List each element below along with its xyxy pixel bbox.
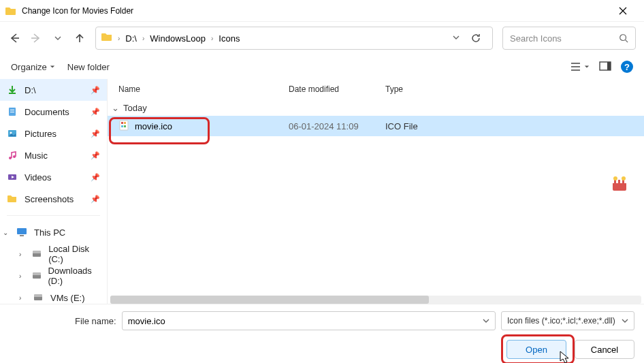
chevron-down-icon[interactable] <box>451 34 461 42</box>
group-header[interactable]: ⌄ Today <box>108 99 644 116</box>
svg-rect-20 <box>121 122 123 124</box>
documents-icon <box>7 106 18 117</box>
breadcrumb-segment[interactable]: WindowsLoop <box>150 33 206 44</box>
divider <box>7 215 100 216</box>
chevron-right-icon: › <box>210 35 214 42</box>
sidebar-item[interactable]: Documents 📌 <box>0 101 107 123</box>
pin-icon: 📌 <box>91 195 100 204</box>
pin-icon: 📌 <box>91 129 100 138</box>
chevron-right-icon: › <box>19 272 25 280</box>
back-button[interactable] <box>8 32 20 44</box>
open-button[interactable]: Open <box>506 340 566 359</box>
pin-icon: 📌 <box>91 86 100 95</box>
horizontal-scrollbar[interactable] <box>110 296 641 304</box>
main-area: D:\ 📌 Documents 📌 Pictures 📌 Music 📌 Vid… <box>0 79 644 304</box>
chevron-right-icon: › <box>19 294 26 302</box>
svg-rect-2 <box>607 62 611 70</box>
pc-icon <box>16 227 27 238</box>
svg-point-0 <box>620 35 626 41</box>
recent-locations-button[interactable] <box>52 32 64 44</box>
preview-pane-button[interactable] <box>599 61 611 73</box>
file-type: ICO File <box>385 121 453 131</box>
ico-file-icon <box>118 120 129 133</box>
pin-icon: 📌 <box>91 151 100 160</box>
videos-icon <box>7 172 18 183</box>
nav-row: › D:\ › WindowsLoop › Icons Search Icons <box>0 22 644 54</box>
folder-icon <box>7 193 18 204</box>
svg-rect-22 <box>121 125 123 127</box>
view-options-button[interactable] <box>570 62 590 72</box>
close-button[interactable] <box>607 0 639 22</box>
file-row[interactable]: movie.ico 06-01-2024 11:09 ICO File <box>108 116 644 136</box>
svg-rect-11 <box>17 228 27 234</box>
organize-button[interactable]: Organize <box>11 62 55 72</box>
address-bar[interactable]: › D:\ › WindowsLoop › Icons <box>95 27 493 50</box>
new-folder-button[interactable]: New folder <box>67 62 110 72</box>
chevron-down-icon: ⌄ <box>112 103 119 113</box>
file-list-pane: Name Date modified Type ⌄ Today movie.ic… <box>108 79 644 304</box>
chevron-right-icon: › <box>141 35 146 42</box>
svg-rect-23 <box>124 125 126 127</box>
filename-row: File name: movie.ico Icon files (*.ico;*… <box>75 311 634 330</box>
help-button[interactable]: ? <box>621 61 633 73</box>
file-type-filter[interactable]: Icon files (*.ico;*.icl;*.exe;*.dll) <box>501 311 634 330</box>
breadcrumb-segment[interactable]: Icons <box>219 33 240 44</box>
column-name[interactable]: Name <box>118 84 289 94</box>
window-title: Change Icon for Movies Folder <box>22 6 607 16</box>
breadcrumb-segment[interactable]: D:\ <box>125 33 137 44</box>
cancel-button[interactable]: Cancel <box>575 340 634 359</box>
sidebar-item[interactable]: Music 📌 <box>0 144 107 166</box>
drive-icon <box>32 249 42 259</box>
svg-rect-4 <box>10 110 14 110</box>
svg-point-30 <box>622 176 626 180</box>
chevron-down-icon: ⌄ <box>3 229 10 236</box>
drive-icon <box>33 292 44 303</box>
svg-rect-27 <box>618 180 620 183</box>
button-row: Open Cancel <box>10 340 634 359</box>
chevron-right-icon: › <box>116 35 121 42</box>
sidebar-item[interactable]: D:\ 📌 <box>0 79 107 101</box>
preview-thumbnail <box>609 174 630 196</box>
sidebar-item[interactable]: Videos 📌 <box>0 166 107 188</box>
sidebar-drive[interactable]: › Local Disk (C:) <box>0 243 107 265</box>
file-date: 06-01-2024 11:09 <box>289 121 385 131</box>
chevron-down-icon <box>483 317 489 324</box>
filename-label: File name: <box>75 316 116 326</box>
chevron-right-icon: › <box>19 251 25 258</box>
chevron-down-icon <box>622 317 628 324</box>
svg-rect-21 <box>124 122 126 124</box>
svg-rect-16 <box>33 272 41 275</box>
music-icon <box>7 150 18 161</box>
pin-icon: 📌 <box>91 173 100 182</box>
svg-rect-12 <box>20 235 24 236</box>
folder-icon <box>5 6 16 16</box>
column-headers: Name Date modified Type <box>108 79 644 99</box>
sidebar-this-pc[interactable]: ⌄ This PC <box>0 221 107 243</box>
up-button[interactable] <box>74 32 86 44</box>
svg-rect-18 <box>34 294 42 297</box>
file-name: movie.ico <box>135 121 172 131</box>
refresh-button[interactable] <box>465 33 487 44</box>
column-type[interactable]: Type <box>385 84 453 94</box>
pictures-icon <box>7 128 18 139</box>
sidebar-item[interactable]: Pictures 📌 <box>0 123 107 144</box>
sidebar: D:\ 📌 Documents 📌 Pictures 📌 Music 📌 Vid… <box>0 79 108 304</box>
sidebar-drive[interactable]: › Downloads (D:) <box>0 265 107 287</box>
pin-icon: 📌 <box>91 108 100 116</box>
toolbar: Organize New folder ? <box>0 54 644 79</box>
search-placeholder: Search Icons <box>510 33 619 44</box>
filename-input[interactable]: movie.ico <box>122 311 496 330</box>
svg-point-29 <box>613 176 617 180</box>
forward-button[interactable] <box>30 32 42 44</box>
sidebar-drive[interactable]: › VMs (E:) <box>0 287 107 304</box>
column-date[interactable]: Date modified <box>289 84 385 94</box>
folder-icon <box>101 32 112 44</box>
svg-rect-5 <box>10 112 14 112</box>
sidebar-item[interactable]: Screenshots 📌 <box>0 188 107 210</box>
drive-icon <box>32 270 42 281</box>
title-bar: Change Icon for Movies Folder <box>0 0 644 22</box>
svg-rect-14 <box>33 251 41 253</box>
bottom-panel: File name: movie.ico Icon files (*.ico;*… <box>0 304 644 363</box>
download-icon <box>7 84 18 95</box>
search-input[interactable]: Search Icons <box>502 27 636 50</box>
